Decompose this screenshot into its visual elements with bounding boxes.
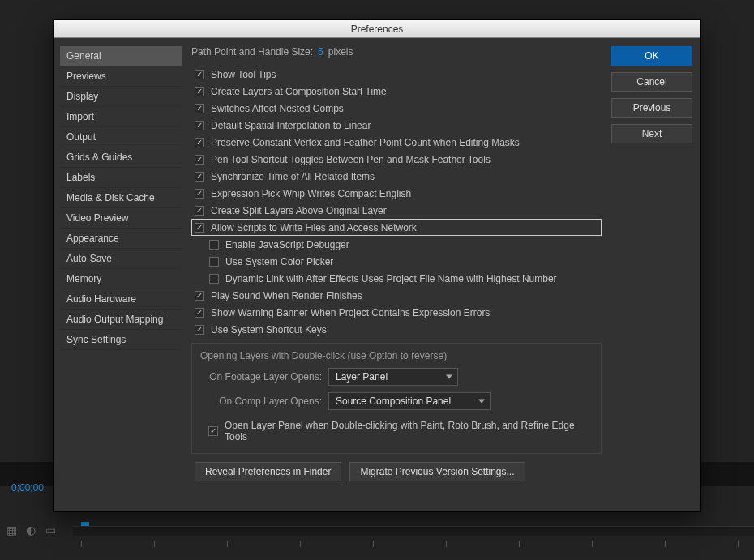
checkbox-row-8[interactable]: Create Split Layers Above Original Layer	[191, 202, 602, 219]
checkbox-icon	[195, 325, 204, 335]
checkbox-label: Expression Pick Whip Writes Compact Engl…	[211, 188, 411, 199]
sidebar-item-auto-save[interactable]: Auto-Save	[60, 249, 182, 269]
checkbox-icon	[209, 257, 219, 267]
checkbox-row-4[interactable]: Preserve Constant Vertex and Feather Poi…	[191, 134, 602, 151]
timeline-icon-2[interactable]: ◐	[24, 524, 37, 536]
sidebar-item-audio-hardware[interactable]: Audio Hardware	[60, 289, 182, 310]
checkbox-label: Show Tool Tips	[211, 69, 276, 80]
button-migrate-previous-version-settings-[interactable]: Migrate Previous Version Settings...	[349, 462, 525, 481]
checkbox-label: Show Warning Banner When Project Contain…	[211, 307, 490, 318]
checkbox-row-0[interactable]: Show Tool Tips	[191, 66, 602, 83]
checkbox-icon	[195, 223, 204, 233]
checkbox-label: Create Layers at Composition Start Time	[211, 86, 387, 97]
dialog-titlebar: Preferences	[54, 20, 700, 38]
checkbox-label: Create Split Layers Above Original Layer	[211, 205, 387, 216]
checkbox-icon	[195, 206, 204, 216]
footage-layer-dropdown[interactable]: Layer Panel	[328, 368, 458, 386]
sidebar: GeneralPreviewsDisplayImportOutputGrids …	[60, 46, 182, 503]
footage-layer-label: On Footage Layer Opens:	[200, 371, 322, 383]
checkbox-row-14[interactable]: Show Warning Banner When Project Contain…	[191, 304, 602, 321]
checkbox-row-12[interactable]: Dynamic Link with After Effects Uses Pro…	[191, 270, 602, 287]
checkbox-icon	[195, 104, 204, 113]
timeline-icon-1[interactable]: ▦	[5, 524, 18, 536]
checkbox-icon	[195, 172, 204, 182]
sidebar-item-video-preview[interactable]: Video Preview	[60, 208, 182, 229]
button-reveal-preferences-in-finder[interactable]: Reveal Preferences in Finder	[195, 462, 341, 481]
checkbox-icon	[195, 308, 204, 318]
double-click-group: Opening Layers with Double-click (use Op…	[191, 343, 602, 454]
checkbox-row-11[interactable]: Use System Color Picker	[191, 253, 602, 270]
timecode[interactable]: 0;00;00	[11, 482, 44, 494]
checkbox-label: Enable JavaScript Debugger	[225, 239, 349, 250]
chevron-down-icon	[478, 400, 485, 404]
checkbox-icon	[209, 274, 219, 284]
comp-layer-label: On Comp Layer Opens:	[200, 395, 322, 407]
dialog-right-buttons: OKCancelPreviousNext	[611, 46, 692, 503]
checkbox-label: Switches Affect Nested Comps	[211, 103, 344, 114]
checkbox-icon	[208, 426, 218, 436]
checkbox-label: Use System Color Picker	[225, 256, 333, 267]
checkbox-row-5[interactable]: Pen Tool Shortcut Toggles Between Pen an…	[191, 151, 602, 168]
sidebar-item-import[interactable]: Import	[60, 107, 182, 127]
chevron-down-icon	[446, 375, 452, 379]
sidebar-item-previews[interactable]: Previews	[60, 66, 182, 87]
sidebar-item-memory[interactable]: Memory	[60, 269, 182, 289]
checkbox-row-3[interactable]: Default Spatial Interpolation to Linear	[191, 117, 602, 134]
sidebar-item-media-disk-cache[interactable]: Media & Disk Cache	[60, 188, 182, 208]
timeline-icon-3[interactable]: ▭	[44, 524, 57, 536]
open-layer-panel-checkbox-row[interactable]: Open Layer Panel when Double-clicking wi…	[200, 417, 593, 445]
group-title: Opening Layers with Double-click (use Op…	[200, 350, 593, 361]
sidebar-item-labels[interactable]: Labels	[60, 168, 182, 188]
sidebar-item-output[interactable]: Output	[60, 127, 182, 147]
checkbox-row-2[interactable]: Switches Affect Nested Comps	[191, 100, 602, 117]
checkbox-label: Default Spatial Interpolation to Linear	[211, 120, 371, 131]
footage-layer-value: Layer Panel	[336, 371, 388, 383]
checkbox-row-1[interactable]: Create Layers at Composition Start Time	[191, 83, 602, 100]
checkbox-row-10[interactable]: Enable JavaScript Debugger	[191, 236, 602, 253]
sidebar-item-audio-output-mapping[interactable]: Audio Output Mapping	[60, 310, 182, 330]
checkbox-label: Preserve Constant Vertex and Feather Poi…	[211, 137, 520, 148]
cancel-button[interactable]: Cancel	[611, 72, 692, 92]
path-size-label: Path Point and Handle Size:	[191, 46, 313, 58]
checkbox-label: Use System Shortcut Keys	[211, 324, 327, 336]
path-size-unit: pixels	[328, 46, 353, 58]
sidebar-item-appearance[interactable]: Appearance	[60, 229, 182, 249]
sidebar-item-sync-settings[interactable]: Sync Settings	[60, 330, 182, 350]
checkbox-row-6[interactable]: Synchronize Time of All Related Items	[191, 168, 602, 185]
checkbox-label: Dynamic Link with After Effects Uses Pro…	[225, 273, 557, 284]
checkbox-row-9[interactable]: Allow Scripts to Write Files and Access …	[191, 219, 602, 236]
checkbox-label: Play Sound When Render Finishes	[211, 290, 362, 301]
open-layer-panel-label: Open Layer Panel when Double-clicking wi…	[225, 420, 589, 442]
comp-layer-value: Source Composition Panel	[336, 395, 451, 407]
sidebar-item-display[interactable]: Display	[60, 87, 182, 107]
checkbox-icon	[209, 240, 219, 250]
comp-layer-dropdown[interactable]: Source Composition Panel	[328, 392, 491, 410]
checkbox-row-7[interactable]: Expression Pick Whip Writes Compact Engl…	[191, 185, 602, 202]
main-panel: Path Point and Handle Size: 5 pixels Sho…	[188, 46, 605, 503]
checkbox-icon	[195, 70, 204, 79]
checkbox-icon	[195, 189, 204, 199]
checkbox-label: Synchronize Time of All Related Items	[211, 171, 375, 182]
timeline-bar[interactable]	[73, 526, 754, 536]
checkbox-row-13[interactable]: Play Sound When Render Finishes	[191, 287, 602, 304]
checkbox-icon	[195, 87, 204, 96]
dialog-title: Preferences	[351, 24, 404, 35]
checkbox-row-15[interactable]: Use System Shortcut Keys	[191, 321, 602, 338]
previous-button[interactable]: Previous	[611, 98, 692, 118]
sidebar-item-general[interactable]: General	[60, 46, 182, 66]
preferences-dialog: Preferences GeneralPreviewsDisplayImport…	[53, 19, 701, 512]
checkbox-icon	[195, 138, 204, 147]
checkbox-icon	[195, 121, 204, 130]
sidebar-item-grids-guides[interactable]: Grids & Guides	[60, 147, 182, 168]
checkbox-icon	[195, 291, 204, 301]
next-button[interactable]: Next	[611, 124, 692, 143]
ok-button[interactable]: OK	[611, 46, 692, 66]
checkbox-icon	[195, 155, 204, 165]
path-size-value[interactable]: 5	[318, 46, 323, 58]
checkbox-label: Allow Scripts to Write Files and Access …	[211, 222, 417, 233]
checkbox-label: Pen Tool Shortcut Toggles Between Pen an…	[211, 154, 491, 165]
